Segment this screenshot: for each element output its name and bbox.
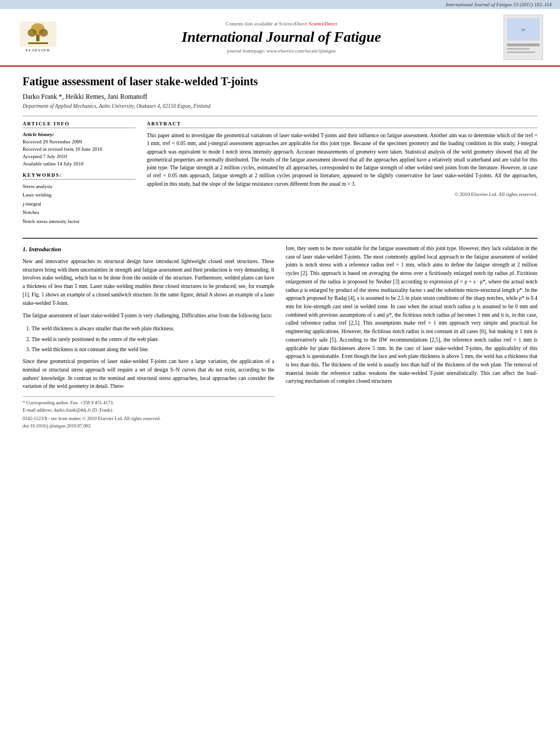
keyword-5: Notch stress intensity factor	[23, 217, 135, 225]
accepted-value: Accepted 7 July 2010	[23, 154, 67, 159]
footnote-star: * Corresponding author. Fax: +358 9 451 …	[23, 399, 274, 407]
list-item-1: The weld thickness is always smaller tha…	[32, 325, 274, 333]
available-row: Available online 14 July 2010	[23, 160, 135, 167]
journal-thumbnail: IJF	[504, 15, 543, 60]
body-right-col: fore, they seem to be more suitable for …	[286, 244, 537, 430]
journal-header-center: Contents lists available at ScienceDirec…	[59, 21, 504, 54]
article-title: Fatigue assessment of laser stake-welded…	[23, 75, 537, 88]
received-revised-row: Received in revised form 10 June 2010	[23, 146, 135, 152]
history-label-row: Article history:	[23, 131, 135, 137]
authors: Darko Frank *, Heikki Remes, Jani Romano…	[23, 93, 537, 101]
abstract-panel: ABSTRACT This paper aimed to investigate…	[147, 121, 537, 231]
footnote-area: * Corresponding author. Fax: +358 9 451 …	[23, 396, 274, 414]
abstract-title: ABSTRACT	[147, 121, 537, 128]
citation-text: International Journal of Fatigue 33 (201…	[446, 2, 552, 7]
body-para3: Since these geometrical properties of la…	[23, 357, 274, 391]
header-divider	[23, 116, 537, 116]
article-info-title: ARTICLE INFO	[23, 121, 135, 128]
received-revised-value: Received in revised form 10 June 2010	[23, 146, 102, 152]
received-value: Received 29 November 2009	[23, 139, 82, 145]
journal-homepage: journal homepage: www.elsevier.com/locat…	[59, 48, 504, 54]
sciencedirect-link[interactable]: ScienceDirect	[309, 21, 337, 27]
body-left-col: 1. Introduction New and innovative appro…	[23, 244, 274, 430]
contents-line: Contents lists available at ScienceDirec…	[59, 21, 504, 27]
article-history-section: ARTICLE INFO Article history: Received 2…	[23, 121, 135, 167]
list-item-2: The weld is rarely positioned in the cen…	[32, 335, 274, 344]
svg-point-3	[39, 29, 48, 37]
keyword-3: j-integral	[23, 200, 135, 208]
svg-rect-12	[507, 51, 535, 53]
keywords-section: Keywords: Stress analysis Laser welding …	[23, 172, 135, 225]
accepted-row: Accepted 7 July 2010	[23, 153, 135, 159]
citation-bar: International Journal of Fatigue 33 (201…	[0, 0, 560, 9]
body-para1: New and innovative approaches to structu…	[23, 257, 274, 307]
keywords-list: Stress analysis Laser welding j-integral…	[23, 182, 135, 225]
challenges-list: The weld thickness is always smaller tha…	[32, 325, 274, 354]
list-item-3: The weld thickness is not constant along…	[32, 346, 274, 354]
svg-rect-5	[28, 42, 48, 44]
article-info-panel: ARTICLE INFO Article history: Received 2…	[23, 121, 135, 231]
elsevier-logo-area: ELSEVIER	[17, 19, 59, 56]
footnote-email: E-mail address: darko.frank@tkk.fi (D. F…	[23, 407, 274, 414]
section1-title: 1. Introduction	[23, 244, 274, 254]
body-para2: The fatigue assessment of laser stake-we…	[23, 312, 274, 320]
thumb-svg: IJF	[504, 15, 542, 59]
body-divider	[23, 238, 537, 239]
svg-rect-4	[36, 34, 40, 41]
svg-point-2	[28, 29, 37, 37]
abstract-text: This paper aimed to investigate the geom…	[147, 132, 537, 188]
right-col-para1: fore, they seem to be more suitable for …	[286, 244, 537, 386]
issn-text: 0142-1123/$ - see front matter © 2010 El…	[23, 415, 274, 422]
main-content: Fatigue assessment of laser stake-welded…	[0, 67, 560, 438]
journal-header: ELSEVIER Contents lists available at Sci…	[0, 9, 560, 67]
elsevier-logo-svg: ELSEVIER	[17, 19, 59, 55]
body-two-col: 1. Introduction New and innovative appro…	[23, 244, 537, 430]
keyword-1: Stress analysis	[23, 182, 135, 190]
keyword-2: Laser welding	[23, 191, 135, 199]
available-value: Available online 14 July 2010	[23, 161, 84, 167]
article-info-abstract: ARTICLE INFO Article history: Received 2…	[23, 121, 537, 231]
keyword-4: Notches	[23, 208, 135, 216]
keywords-title: Keywords:	[23, 172, 135, 180]
svg-rect-11	[507, 48, 530, 50]
doi-text: doi:10.1016/j.ijfatigue.2010.07.002	[23, 422, 274, 430]
journal-title: International Journal of Fatigue	[59, 29, 504, 46]
affiliation: Department of Applied Mechanics, Aalto U…	[23, 103, 537, 109]
copyright: © 2010 Elsevier Ltd. All rights reserved…	[147, 191, 537, 197]
doi-area: 0142-1123/$ - see front matter © 2010 El…	[23, 415, 274, 430]
history-label: Article history:	[23, 132, 54, 137]
svg-rect-10	[507, 43, 540, 46]
received-row: Received 29 November 2009	[23, 138, 135, 145]
svg-text:ELSEVIER: ELSEVIER	[25, 48, 50, 53]
svg-text:IJF: IJF	[521, 28, 526, 32]
